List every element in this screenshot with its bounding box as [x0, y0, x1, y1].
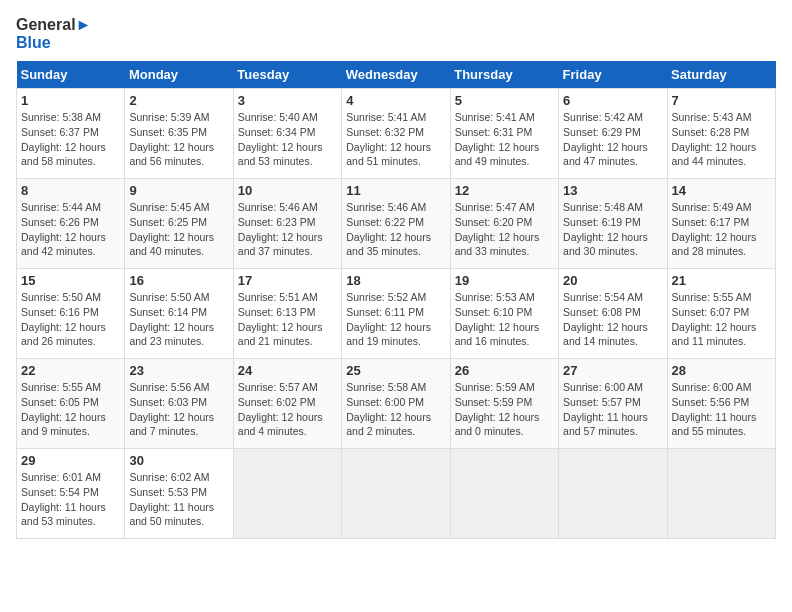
calendar-cell [233, 449, 341, 539]
day-number: 22 [21, 363, 120, 378]
calendar-cell: 18Sunrise: 5:52 AMSunset: 6:11 PMDayligh… [342, 269, 450, 359]
day-info: Sunrise: 5:41 AMSunset: 6:32 PMDaylight:… [346, 110, 445, 169]
day-number: 23 [129, 363, 228, 378]
calendar-cell: 17Sunrise: 5:51 AMSunset: 6:13 PMDayligh… [233, 269, 341, 359]
day-number: 25 [346, 363, 445, 378]
weekday-header-saturday: Saturday [667, 61, 775, 89]
calendar-cell: 19Sunrise: 5:53 AMSunset: 6:10 PMDayligh… [450, 269, 558, 359]
calendar-cell: 20Sunrise: 5:54 AMSunset: 6:08 PMDayligh… [559, 269, 667, 359]
day-number: 9 [129, 183, 228, 198]
day-info: Sunrise: 6:02 AMSunset: 5:53 PMDaylight:… [129, 470, 228, 529]
day-number: 26 [455, 363, 554, 378]
day-info: Sunrise: 5:46 AMSunset: 6:22 PMDaylight:… [346, 200, 445, 259]
calendar-cell [450, 449, 558, 539]
weekday-header-monday: Monday [125, 61, 233, 89]
day-info: Sunrise: 6:01 AMSunset: 5:54 PMDaylight:… [21, 470, 120, 529]
calendar-cell: 1Sunrise: 5:38 AMSunset: 6:37 PMDaylight… [17, 89, 125, 179]
calendar-cell: 30Sunrise: 6:02 AMSunset: 5:53 PMDayligh… [125, 449, 233, 539]
calendar-cell [667, 449, 775, 539]
day-number: 21 [672, 273, 771, 288]
day-number: 7 [672, 93, 771, 108]
day-info: Sunrise: 5:52 AMSunset: 6:11 PMDaylight:… [346, 290, 445, 349]
day-info: Sunrise: 5:50 AMSunset: 6:16 PMDaylight:… [21, 290, 120, 349]
calendar-cell: 22Sunrise: 5:55 AMSunset: 6:05 PMDayligh… [17, 359, 125, 449]
day-info: Sunrise: 5:51 AMSunset: 6:13 PMDaylight:… [238, 290, 337, 349]
day-info: Sunrise: 5:40 AMSunset: 6:34 PMDaylight:… [238, 110, 337, 169]
day-number: 16 [129, 273, 228, 288]
weekday-header-row: SundayMondayTuesdayWednesdayThursdayFrid… [17, 61, 776, 89]
day-number: 14 [672, 183, 771, 198]
day-number: 24 [238, 363, 337, 378]
day-number: 20 [563, 273, 662, 288]
calendar-cell: 5Sunrise: 5:41 AMSunset: 6:31 PMDaylight… [450, 89, 558, 179]
calendar-cell: 9Sunrise: 5:45 AMSunset: 6:25 PMDaylight… [125, 179, 233, 269]
day-number: 13 [563, 183, 662, 198]
weekday-header-tuesday: Tuesday [233, 61, 341, 89]
calendar-cell: 11Sunrise: 5:46 AMSunset: 6:22 PMDayligh… [342, 179, 450, 269]
day-number: 5 [455, 93, 554, 108]
week-row-1: 1Sunrise: 5:38 AMSunset: 6:37 PMDaylight… [17, 89, 776, 179]
calendar-cell: 15Sunrise: 5:50 AMSunset: 6:16 PMDayligh… [17, 269, 125, 359]
day-number: 27 [563, 363, 662, 378]
day-number: 8 [21, 183, 120, 198]
day-number: 19 [455, 273, 554, 288]
day-number: 6 [563, 93, 662, 108]
day-info: Sunrise: 5:50 AMSunset: 6:14 PMDaylight:… [129, 290, 228, 349]
logo-container: General► Blue [16, 16, 91, 51]
calendar-cell: 3Sunrise: 5:40 AMSunset: 6:34 PMDaylight… [233, 89, 341, 179]
day-number: 30 [129, 453, 228, 468]
day-info: Sunrise: 5:53 AMSunset: 6:10 PMDaylight:… [455, 290, 554, 349]
calendar-cell [342, 449, 450, 539]
calendar-cell: 28Sunrise: 6:00 AMSunset: 5:56 PMDayligh… [667, 359, 775, 449]
week-row-3: 15Sunrise: 5:50 AMSunset: 6:16 PMDayligh… [17, 269, 776, 359]
weekday-header-thursday: Thursday [450, 61, 558, 89]
day-number: 10 [238, 183, 337, 198]
calendar-cell: 24Sunrise: 5:57 AMSunset: 6:02 PMDayligh… [233, 359, 341, 449]
day-info: Sunrise: 6:00 AMSunset: 5:57 PMDaylight:… [563, 380, 662, 439]
calendar-cell: 13Sunrise: 5:48 AMSunset: 6:19 PMDayligh… [559, 179, 667, 269]
day-info: Sunrise: 5:45 AMSunset: 6:25 PMDaylight:… [129, 200, 228, 259]
day-info: Sunrise: 5:56 AMSunset: 6:03 PMDaylight:… [129, 380, 228, 439]
day-info: Sunrise: 5:55 AMSunset: 6:07 PMDaylight:… [672, 290, 771, 349]
calendar-cell: 6Sunrise: 5:42 AMSunset: 6:29 PMDaylight… [559, 89, 667, 179]
calendar-cell: 27Sunrise: 6:00 AMSunset: 5:57 PMDayligh… [559, 359, 667, 449]
day-number: 29 [21, 453, 120, 468]
day-info: Sunrise: 5:46 AMSunset: 6:23 PMDaylight:… [238, 200, 337, 259]
day-info: Sunrise: 5:43 AMSunset: 6:28 PMDaylight:… [672, 110, 771, 169]
day-info: Sunrise: 5:38 AMSunset: 6:37 PMDaylight:… [21, 110, 120, 169]
day-info: Sunrise: 5:59 AMSunset: 5:59 PMDaylight:… [455, 380, 554, 439]
page-header: General► Blue [16, 16, 776, 51]
calendar-cell: 26Sunrise: 5:59 AMSunset: 5:59 PMDayligh… [450, 359, 558, 449]
day-number: 4 [346, 93, 445, 108]
calendar-cell: 12Sunrise: 5:47 AMSunset: 6:20 PMDayligh… [450, 179, 558, 269]
weekday-header-wednesday: Wednesday [342, 61, 450, 89]
calendar-cell: 29Sunrise: 6:01 AMSunset: 5:54 PMDayligh… [17, 449, 125, 539]
calendar-cell: 4Sunrise: 5:41 AMSunset: 6:32 PMDaylight… [342, 89, 450, 179]
day-info: Sunrise: 5:44 AMSunset: 6:26 PMDaylight:… [21, 200, 120, 259]
day-info: Sunrise: 5:54 AMSunset: 6:08 PMDaylight:… [563, 290, 662, 349]
day-info: Sunrise: 5:48 AMSunset: 6:19 PMDaylight:… [563, 200, 662, 259]
week-row-4: 22Sunrise: 5:55 AMSunset: 6:05 PMDayligh… [17, 359, 776, 449]
logo: General► Blue [16, 16, 91, 51]
calendar-cell: 8Sunrise: 5:44 AMSunset: 6:26 PMDaylight… [17, 179, 125, 269]
calendar-cell: 25Sunrise: 5:58 AMSunset: 6:00 PMDayligh… [342, 359, 450, 449]
day-number: 18 [346, 273, 445, 288]
day-number: 17 [238, 273, 337, 288]
calendar-cell: 10Sunrise: 5:46 AMSunset: 6:23 PMDayligh… [233, 179, 341, 269]
day-info: Sunrise: 5:58 AMSunset: 6:00 PMDaylight:… [346, 380, 445, 439]
weekday-header-sunday: Sunday [17, 61, 125, 89]
calendar-cell: 16Sunrise: 5:50 AMSunset: 6:14 PMDayligh… [125, 269, 233, 359]
calendar-cell: 21Sunrise: 5:55 AMSunset: 6:07 PMDayligh… [667, 269, 775, 359]
day-info: Sunrise: 5:55 AMSunset: 6:05 PMDaylight:… [21, 380, 120, 439]
day-number: 11 [346, 183, 445, 198]
day-info: Sunrise: 5:42 AMSunset: 6:29 PMDaylight:… [563, 110, 662, 169]
day-number: 3 [238, 93, 337, 108]
week-row-2: 8Sunrise: 5:44 AMSunset: 6:26 PMDaylight… [17, 179, 776, 269]
logo-blue: Blue [16, 34, 91, 52]
day-number: 28 [672, 363, 771, 378]
calendar-cell [559, 449, 667, 539]
day-info: Sunrise: 5:41 AMSunset: 6:31 PMDaylight:… [455, 110, 554, 169]
calendar-table: SundayMondayTuesdayWednesdayThursdayFrid… [16, 61, 776, 539]
day-number: 12 [455, 183, 554, 198]
day-info: Sunrise: 5:57 AMSunset: 6:02 PMDaylight:… [238, 380, 337, 439]
